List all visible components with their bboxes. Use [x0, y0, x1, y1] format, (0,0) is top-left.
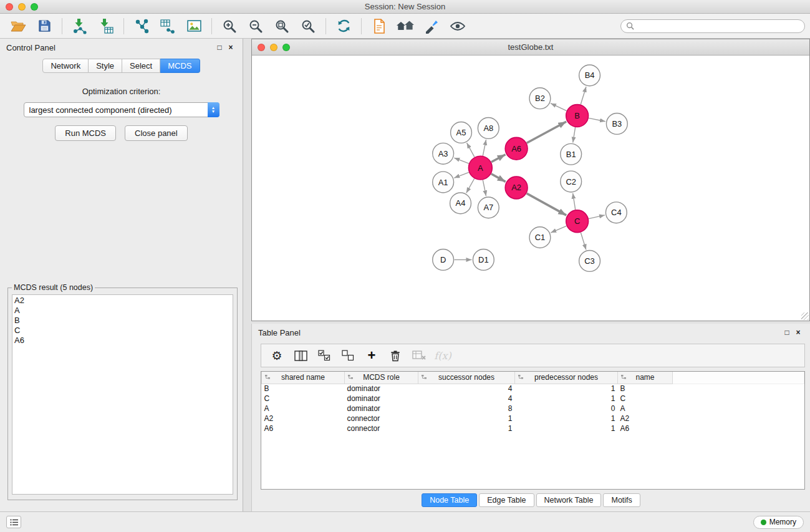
- close-table-panel-button[interactable]: ×: [793, 327, 804, 338]
- open-session-button[interactable]: [5, 16, 31, 37]
- criterion-select[interactable]: largest connected component (directed) ▲…: [24, 102, 219, 117]
- table-cell[interactable]: 1: [418, 423, 515, 433]
- table-cell[interactable]: 4: [418, 394, 515, 404]
- tab-mcds[interactable]: MCDS: [160, 59, 200, 73]
- node-C1[interactable]: C1: [529, 227, 551, 248]
- import-network-button[interactable]: [67, 16, 93, 37]
- table-cell[interactable]: A: [262, 404, 345, 414]
- zoom-fit-button[interactable]: [269, 16, 295, 37]
- mcds-result-item[interactable]: A6: [14, 336, 231, 346]
- table-cell[interactable]: dominator: [345, 394, 418, 404]
- close-window-button[interactable]: [6, 3, 13, 11]
- tab-motifs[interactable]: Motifs: [603, 493, 640, 507]
- table-cell[interactable]: C: [618, 394, 673, 404]
- column-header-successor-nodes[interactable]: successor nodes: [418, 372, 515, 384]
- table-cell[interactable]: connector: [345, 414, 418, 423]
- table-cell[interactable]: 8: [418, 404, 515, 414]
- close-control-panel-button[interactable]: ×: [225, 42, 236, 53]
- table-cell[interactable]: 1: [515, 423, 618, 433]
- mcds-result-item[interactable]: A: [14, 306, 231, 316]
- memory-button[interactable]: Memory: [753, 516, 804, 529]
- tab-node-table[interactable]: Node Table: [422, 493, 477, 507]
- table-cell[interactable]: 1: [515, 394, 618, 404]
- deselect-all-button[interactable]: [337, 346, 359, 365]
- table-cell[interactable]: A: [618, 404, 673, 414]
- table-cell[interactable]: B: [618, 384, 673, 394]
- table-cell[interactable]: C: [262, 394, 345, 404]
- edge-A-A6[interactable]: [491, 155, 506, 162]
- edge-A-A8[interactable]: [483, 140, 486, 156]
- zoom-out-button[interactable]: [243, 16, 269, 37]
- edge-A-A5[interactable]: [467, 143, 475, 157]
- table-settings-button[interactable]: ⚙: [266, 346, 287, 365]
- node-A7[interactable]: A7: [478, 197, 499, 218]
- node-D[interactable]: D: [433, 249, 454, 271]
- table-cell[interactable]: A2: [618, 414, 673, 423]
- edge-C-C4[interactable]: [589, 215, 605, 219]
- edge-C-C1[interactable]: [551, 226, 566, 233]
- new-network-table-button[interactable]: [155, 16, 181, 37]
- new-network-button[interactable]: [128, 16, 155, 37]
- table-row[interactable]: A2connector11A2: [262, 414, 804, 423]
- zoom-selected-button[interactable]: [295, 16, 321, 37]
- edge-A-A1[interactable]: [454, 172, 468, 178]
- copy-view-button[interactable]: [366, 16, 392, 37]
- column-header-name[interactable]: name: [618, 372, 673, 384]
- clear-table-button[interactable]: [408, 346, 430, 365]
- column-header-predecessor-nodes[interactable]: predecessor nodes: [515, 372, 618, 384]
- zoom-in-button[interactable]: [216, 16, 243, 37]
- zoom-window-button[interactable]: [31, 3, 38, 11]
- mcds-result-item[interactable]: C: [14, 326, 231, 336]
- save-session-button[interactable]: [31, 16, 57, 37]
- node-C3[interactable]: C3: [579, 251, 600, 272]
- column-header-mcds-role[interactable]: MCDS role: [345, 372, 418, 384]
- node-C4[interactable]: C4: [605, 202, 627, 223]
- float-table-panel-button[interactable]: □: [781, 327, 793, 338]
- node-A2[interactable]: A2: [505, 177, 528, 199]
- node-A3[interactable]: A3: [433, 143, 454, 164]
- minimize-window-button[interactable]: [18, 3, 26, 11]
- node-A[interactable]: A: [468, 156, 492, 180]
- node-B[interactable]: B: [566, 105, 589, 127]
- edge-A2-C[interactable]: [527, 193, 567, 215]
- mcds-result-item[interactable]: B: [14, 316, 231, 326]
- node-C[interactable]: C: [566, 210, 589, 233]
- node-A1[interactable]: A1: [433, 172, 454, 193]
- minimize-network-button[interactable]: [270, 44, 277, 51]
- table-cell[interactable]: B: [262, 384, 345, 394]
- edge-C-C2[interactable]: [573, 193, 576, 210]
- edge-B-B2[interactable]: [551, 104, 566, 111]
- node-B3[interactable]: B3: [606, 114, 627, 135]
- table-row[interactable]: Adominator80A: [262, 404, 804, 414]
- tab-edge-table[interactable]: Edge Table: [479, 493, 534, 507]
- table-row[interactable]: A6connector11A6: [262, 423, 804, 433]
- table-cell[interactable]: A6: [262, 423, 345, 433]
- export-image-button[interactable]: [181, 16, 207, 37]
- table-cell[interactable]: 4: [418, 384, 515, 394]
- tab-select[interactable]: Select: [122, 59, 160, 73]
- panel-menu-button[interactable]: [6, 516, 21, 528]
- node-A8[interactable]: A8: [478, 118, 499, 139]
- edge-B-B3[interactable]: [589, 118, 605, 121]
- network-graph[interactable]: AA6A2BCA5A8A3A1A4A7B2B4B3B1C2C4C1C3DD1: [252, 56, 809, 321]
- zoom-network-button[interactable]: [282, 44, 290, 51]
- table-cell[interactable]: dominator: [345, 384, 418, 394]
- network-window-titlebar[interactable]: testGlobe.txt: [252, 39, 809, 56]
- table-cell[interactable]: 1: [515, 414, 618, 423]
- mcds-result-list[interactable]: A2ABCA6: [12, 294, 233, 495]
- resize-handle[interactable]: [801, 312, 809, 320]
- table-row[interactable]: Cdominator41C: [262, 394, 804, 404]
- close-panel-button[interactable]: Close panel: [125, 125, 188, 141]
- first-neighbors-button[interactable]: [392, 16, 418, 37]
- node-D1[interactable]: D1: [473, 249, 494, 271]
- node-A5[interactable]: A5: [451, 122, 472, 143]
- node-C2[interactable]: C2: [561, 171, 582, 192]
- edge-A-A3[interactable]: [454, 158, 468, 163]
- add-row-button[interactable]: +: [361, 346, 382, 365]
- edge-B-B4[interactable]: [581, 87, 586, 105]
- table-cell[interactable]: 1: [515, 384, 618, 394]
- close-network-button[interactable]: [258, 44, 265, 51]
- insert-column-button[interactable]: [290, 346, 311, 365]
- tab-network[interactable]: Network: [42, 59, 89, 73]
- table-cell[interactable]: dominator: [345, 404, 418, 414]
